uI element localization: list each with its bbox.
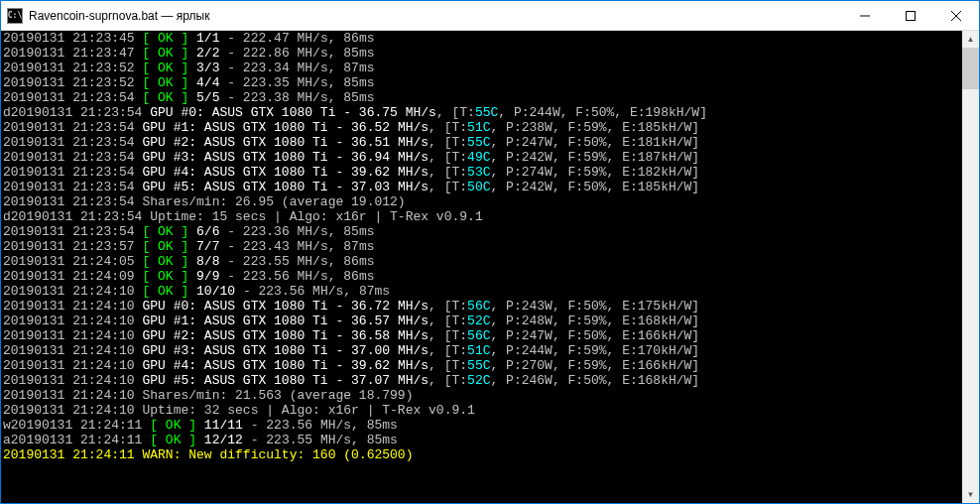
scroll-thumb[interactable] (962, 48, 979, 89)
content-area: 20190131 21:23:45 [ OK ] 1/1 - 222.47 MH… (1, 31, 979, 503)
share-line: 20190131 21:23:57 [ OK ] 7/7 - 223.43 MH… (3, 239, 960, 254)
window-title: Ravencoin-suprnova.bat — ярлык (29, 9, 842, 23)
svg-rect-1 (907, 11, 916, 20)
titlebar[interactable]: C:\ Ravencoin-suprnova.bat — ярлык (1, 1, 979, 31)
minimize-icon (860, 11, 870, 21)
gpu-stats-line: 20190131 21:24:10 GPU #1: ASUS GTX 1080 … (3, 314, 960, 328)
uptime-line: 20190131 21:24:10 Uptime: 32 secs | Algo… (3, 403, 960, 418)
scroll-up-button[interactable]: ▲ (962, 31, 979, 48)
gpu-stats-line: 20190131 21:23:54 GPU #1: ASUS GTX 1080 … (3, 120, 960, 135)
warning-line: 20190131 21:24:11 WARN: New difficulty: … (3, 447, 960, 462)
terminal-window: C:\ Ravencoin-suprnova.bat — ярлык 20190… (0, 0, 980, 504)
share-line: 20190131 21:23:54 [ OK ] 5/5 - 223.38 MH… (3, 90, 960, 105)
gpu-stats-line: 20190131 21:23:54 GPU #5: ASUS GTX 1080 … (3, 180, 960, 194)
share-line: a20190131 21:24:11 [ OK ] 12/12 - 223.55… (3, 433, 960, 447)
close-button[interactable] (933, 1, 979, 30)
gpu-stats-line: 20190131 21:24:10 GPU #2: ASUS GTX 1080 … (3, 328, 960, 343)
scroll-down-button[interactable]: ▼ (962, 486, 979, 503)
close-icon (951, 11, 961, 21)
share-line: 20190131 21:23:52 [ OK ] 3/3 - 223.34 MH… (3, 61, 960, 75)
share-line: 20190131 21:24:09 [ OK ] 9/9 - 223.56 MH… (3, 269, 960, 284)
gpu-stats-line: 20190131 21:24:10 GPU #4: ASUS GTX 1080 … (3, 358, 960, 373)
gpu-stats-line: 20190131 21:23:54 GPU #3: ASUS GTX 1080 … (3, 150, 960, 165)
shares-per-min-line: 20190131 21:23:54 Shares/min: 26.95 (ave… (3, 194, 960, 209)
gpu-stats-line: d20190131 21:23:54 GPU #0: ASUS GTX 1080… (3, 105, 960, 120)
app-icon: C:\ (7, 8, 23, 24)
scroll-track[interactable] (962, 48, 979, 486)
shares-per-min-line: 20190131 21:24:10 Shares/min: 21.563 (av… (3, 388, 960, 403)
share-line: 20190131 21:24:10 [ OK ] 10/10 - 223.56 … (3, 284, 960, 299)
gpu-stats-line: 20190131 21:23:54 GPU #2: ASUS GTX 1080 … (3, 135, 960, 150)
share-line: 20190131 21:23:52 [ OK ] 4/4 - 223.35 MH… (3, 75, 960, 90)
maximize-button[interactable] (888, 1, 933, 30)
gpu-stats-line: 20190131 21:23:54 GPU #4: ASUS GTX 1080 … (3, 165, 960, 180)
terminal-output[interactable]: 20190131 21:23:45 [ OK ] 1/1 - 222.47 MH… (1, 31, 962, 503)
share-line: 20190131 21:24:05 [ OK ] 8/8 - 223.55 MH… (3, 254, 960, 269)
window-controls (842, 1, 979, 30)
uptime-line: d20190131 21:23:54 Uptime: 15 secs | Alg… (3, 209, 960, 224)
share-line: 20190131 21:23:45 [ OK ] 1/1 - 222.47 MH… (3, 31, 960, 46)
gpu-stats-line: 20190131 21:24:10 GPU #0: ASUS GTX 1080 … (3, 299, 960, 314)
share-line: w20190131 21:24:11 [ OK ] 11/11 - 223.56… (3, 418, 960, 433)
gpu-stats-line: 20190131 21:24:10 GPU #5: ASUS GTX 1080 … (3, 373, 960, 388)
gpu-stats-line: 20190131 21:24:10 GPU #3: ASUS GTX 1080 … (3, 343, 960, 358)
minimize-button[interactable] (842, 1, 888, 30)
blank-line (3, 462, 960, 477)
maximize-icon (906, 11, 916, 21)
share-line: 20190131 21:23:54 [ OK ] 6/6 - 223.36 MH… (3, 224, 960, 239)
share-line: 20190131 21:23:47 [ OK ] 2/2 - 222.86 MH… (3, 46, 960, 61)
scrollbar[interactable]: ▲ ▼ (962, 31, 979, 503)
